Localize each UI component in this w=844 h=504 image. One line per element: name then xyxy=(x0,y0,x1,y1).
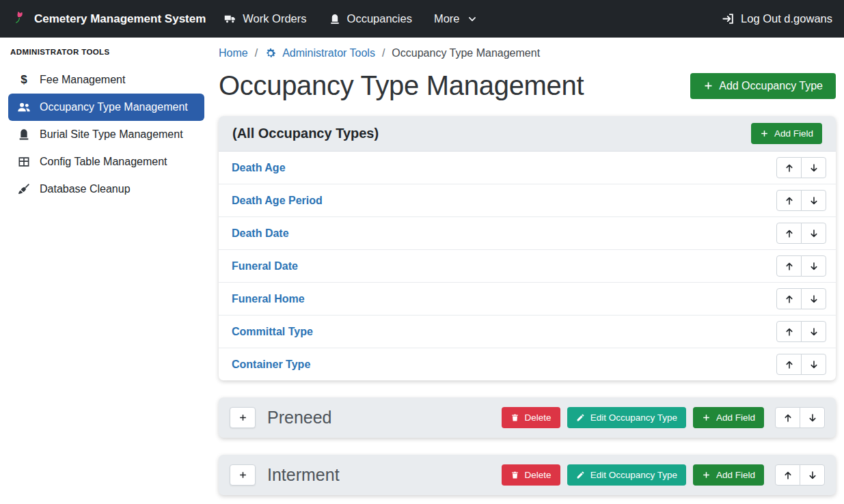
move-up-button[interactable] xyxy=(776,321,802,342)
plus-icon xyxy=(760,129,769,138)
field-link[interactable]: Funeral Date xyxy=(228,260,298,272)
arrow-down-icon xyxy=(809,360,819,369)
arrow-up-icon xyxy=(785,163,794,173)
move-down-button[interactable] xyxy=(801,255,826,277)
reorder-buttons xyxy=(776,354,826,375)
breadcrumb-home-link[interactable]: Home xyxy=(219,47,248,59)
field-row: Death Age xyxy=(219,152,836,184)
arrow-up-icon xyxy=(785,229,794,238)
all-occupancy-types-header: (All Occupancy Types) Add Field xyxy=(219,116,836,152)
move-up-button[interactable] xyxy=(775,407,800,428)
field-row: Committal Type xyxy=(219,316,836,348)
pencil-icon xyxy=(576,471,585,479)
arrow-up-icon xyxy=(785,327,794,337)
edit-label: Edit Occupancy Type xyxy=(590,470,677,480)
add-occupancy-type-button[interactable]: Add Occupancy Type xyxy=(690,73,836,99)
move-up-button[interactable] xyxy=(776,288,802,309)
card-title: (All Occupancy Types) xyxy=(232,126,379,141)
move-down-button[interactable] xyxy=(801,157,826,178)
breadcrumb-separator: / xyxy=(382,47,385,59)
plus-icon xyxy=(702,413,711,422)
delete-button[interactable]: Delete xyxy=(502,407,560,428)
breadcrumb-admin-tools-link[interactable]: Administrator Tools xyxy=(264,47,375,59)
reorder-buttons xyxy=(775,407,825,428)
sidebar-item-burial-site-type-management[interactable]: Burial Site Type Management xyxy=(8,121,204,148)
field-row: Death Date xyxy=(219,217,836,250)
tombstone-icon xyxy=(329,13,341,25)
sidebar-item-config-table-management[interactable]: Config Table Management xyxy=(8,148,204,176)
section-actions: Delete Edit Occupancy Type Add Field xyxy=(502,464,825,486)
sidebar-item-label: Config Table Management xyxy=(40,156,167,168)
dollar-icon: $ xyxy=(17,73,31,87)
arrow-down-icon xyxy=(808,471,817,480)
field-link[interactable]: Committal Type xyxy=(228,326,313,338)
plus-icon xyxy=(702,471,711,479)
app-body: ADMINISTRATOR TOOLS $ Fee Management Occ… xyxy=(0,38,844,504)
add-field-label: Add Field xyxy=(774,128,813,139)
nav-more[interactable]: More xyxy=(434,12,477,25)
move-down-button[interactable] xyxy=(801,288,826,309)
nav-work-orders[interactable]: Work Orders xyxy=(224,12,306,25)
title-row: Occupancy Type Management Add Occupancy … xyxy=(219,70,836,101)
top-navbar: Cemetery Management System Work Orders O… xyxy=(0,0,844,38)
delete-label: Delete xyxy=(525,412,552,423)
sidebar-item-fee-management[interactable]: $ Fee Management xyxy=(8,66,204,94)
edit-occupancy-type-button[interactable]: Edit Occupancy Type xyxy=(567,407,686,428)
add-field-label: Add Field xyxy=(716,412,755,423)
move-down-button[interactable] xyxy=(801,354,826,375)
move-down-button[interactable] xyxy=(800,407,825,428)
arrow-down-icon xyxy=(809,262,819,271)
plus-icon xyxy=(239,471,247,479)
edit-occupancy-type-button[interactable]: Edit Occupancy Type xyxy=(567,464,686,486)
breadcrumb-separator: / xyxy=(255,47,258,59)
truck-icon xyxy=(224,13,236,25)
move-up-button[interactable] xyxy=(775,464,800,486)
edit-label: Edit Occupancy Type xyxy=(590,412,677,423)
move-down-button[interactable] xyxy=(801,321,826,342)
field-link[interactable]: Death Date xyxy=(228,227,289,240)
sidebar-item-occupancy-type-management[interactable]: Occupancy Type Management xyxy=(8,94,204,121)
reorder-buttons xyxy=(776,288,826,309)
nav-occupancies-label: Occupancies xyxy=(347,12,412,25)
field-link[interactable]: Container Type xyxy=(228,359,310,371)
sidebar-item-database-cleanup[interactable]: Database Cleanup xyxy=(8,176,204,203)
occupancy-type-section-preneed: Preneed Delete Edit Occupancy Type Add F… xyxy=(219,397,836,438)
move-up-button[interactable] xyxy=(776,223,802,244)
logout-icon xyxy=(722,12,735,25)
section-actions: Delete Edit Occupancy Type Add Field xyxy=(502,407,825,428)
move-down-button[interactable] xyxy=(800,464,825,486)
reorder-buttons xyxy=(776,255,826,277)
main-content: Home / Administrator Tools / Occupancy T… xyxy=(210,38,844,504)
move-up-button[interactable] xyxy=(776,190,802,211)
move-down-button[interactable] xyxy=(801,223,826,244)
app-brand[interactable]: Cemetery Management System xyxy=(12,11,206,27)
add-field-button[interactable]: Add Field xyxy=(693,407,764,428)
field-link[interactable]: Death Age Period xyxy=(228,195,323,207)
expand-button[interactable] xyxy=(230,407,256,428)
field-link[interactable]: Death Age xyxy=(228,162,286,174)
reorder-buttons xyxy=(776,223,826,244)
occupancy-type-section-interment: Interment Delete Edit Occupancy Type Add… xyxy=(219,455,836,495)
breadcrumb-current: Occupancy Type Management xyxy=(392,47,540,59)
delete-button[interactable]: Delete xyxy=(502,464,560,486)
add-field-button[interactable]: Add Field xyxy=(751,123,822,144)
trash-icon xyxy=(511,413,519,422)
arrow-down-icon xyxy=(808,413,817,423)
nav-occupancies[interactable]: Occupancies xyxy=(329,12,412,25)
sidebar-heading: ADMINISTRATOR TOOLS xyxy=(10,48,204,56)
logout-button[interactable]: Log Out d.gowans xyxy=(722,12,832,25)
field-link[interactable]: Funeral Home xyxy=(228,293,305,305)
move-up-button[interactable] xyxy=(776,354,802,375)
sidebar-item-label: Occupancy Type Management xyxy=(40,101,188,113)
move-up-button[interactable] xyxy=(776,255,802,277)
add-field-button[interactable]: Add Field xyxy=(693,464,764,486)
arrow-up-icon xyxy=(785,294,794,304)
breadcrumb: Home / Administrator Tools / Occupancy T… xyxy=(219,47,836,59)
move-up-button[interactable] xyxy=(776,157,802,178)
breadcrumb-admin-tools-label: Administrator Tools xyxy=(282,47,375,59)
move-down-button[interactable] xyxy=(801,190,826,211)
section-title: Preneed xyxy=(267,408,332,428)
page-title: Occupancy Type Management xyxy=(219,70,584,101)
expand-button[interactable] xyxy=(230,464,256,486)
field-row: Container Type xyxy=(219,348,836,380)
